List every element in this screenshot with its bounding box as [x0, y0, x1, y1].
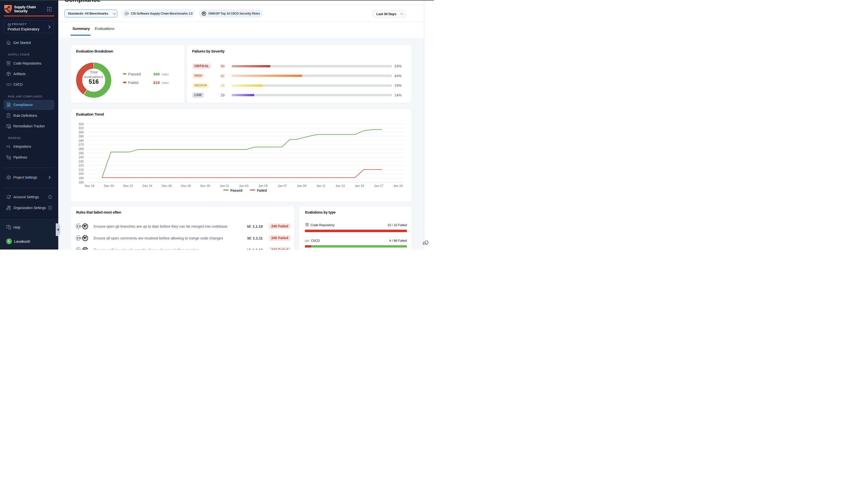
- svg-text:230: 230: [78, 160, 84, 163]
- svg-text:260: 260: [78, 147, 84, 151]
- svg-text:180: 180: [78, 181, 84, 184]
- svg-text:Failed: Failed: [257, 188, 267, 193]
- svg-text:Jan 01: Jan 01: [220, 184, 229, 188]
- svg-text:300: 300: [78, 131, 84, 134]
- svg-text:Passed: Passed: [230, 188, 243, 193]
- svg-text:Dec 24: Dec 24: [142, 184, 152, 188]
- svg-text:Dec 30: Dec 30: [200, 184, 210, 188]
- svg-text:Dec 20: Dec 20: [104, 184, 114, 188]
- svg-text:Jan 15: Jan 15: [355, 184, 364, 188]
- svg-text:270: 270: [78, 143, 84, 146]
- svg-text:Jan 19: Jan 19: [393, 184, 403, 188]
- svg-text:Dec 26: Dec 26: [162, 184, 172, 188]
- svg-text:200: 200: [78, 172, 84, 175]
- svg-text:Jan 07: Jan 07: [277, 184, 287, 188]
- svg-text:240: 240: [78, 156, 84, 159]
- svg-text:250: 250: [78, 151, 84, 155]
- svg-text:Dec 18: Dec 18: [85, 184, 95, 188]
- svg-text:210: 210: [78, 168, 84, 172]
- svg-text:190: 190: [78, 177, 84, 180]
- svg-text:Total: Total: [90, 70, 97, 74]
- svg-text:Jan 17: Jan 17: [374, 184, 384, 188]
- svg-text:Jan 05: Jan 05: [258, 184, 268, 188]
- svg-text:290: 290: [78, 135, 84, 138]
- svg-text:Jan 13: Jan 13: [335, 184, 345, 188]
- svg-text:Jan 09: Jan 09: [297, 184, 307, 188]
- svg-text:Jan 11: Jan 11: [316, 184, 325, 188]
- svg-text:310: 310: [78, 126, 84, 130]
- svg-text:Dec 22: Dec 22: [123, 184, 133, 188]
- svg-text:280: 280: [78, 139, 84, 143]
- svg-text:Jan 03: Jan 03: [239, 184, 249, 188]
- svg-text:516: 516: [88, 78, 98, 85]
- svg-text:320: 320: [78, 122, 84, 126]
- svg-text:220: 220: [78, 164, 84, 167]
- svg-text:Dec 28: Dec 28: [181, 184, 191, 188]
